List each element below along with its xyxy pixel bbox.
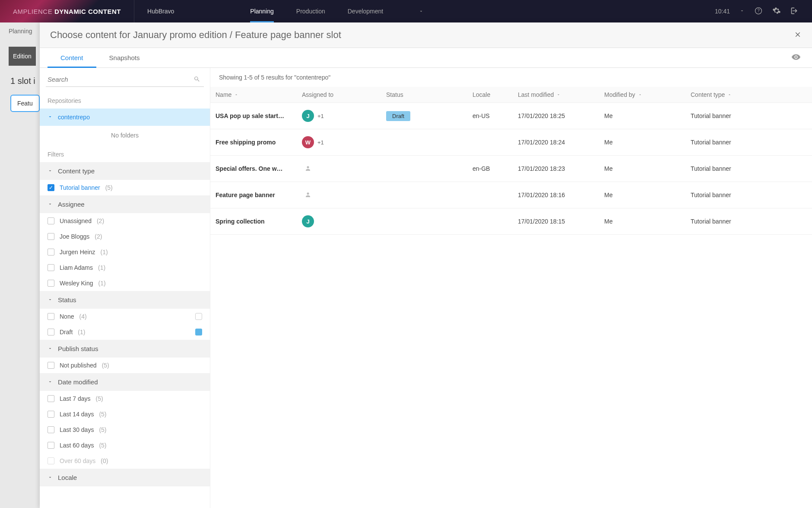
row-last-modified: 17/01/2020 18:23 <box>518 165 604 172</box>
filter-count: (2) <box>95 233 102 240</box>
filter-section-publish-status[interactable]: Publish status <box>40 340 210 358</box>
tab-development[interactable]: Development <box>336 0 395 22</box>
avatar: J <box>302 215 314 227</box>
filter-label: Not published <box>60 362 97 369</box>
filter-label: Last 60 days <box>60 442 94 449</box>
row-content-type: Tutorial banner <box>691 139 807 146</box>
filter-item[interactable]: Jurgen Heinz (1) <box>40 244 210 260</box>
assignee-plus: +1 <box>317 113 324 119</box>
modal-title: Choose content for January promo edition… <box>50 29 341 41</box>
avatar <box>302 189 314 201</box>
filter-label: Last 7 days <box>60 395 91 402</box>
filter-item[interactable]: Liam Adams (1) <box>40 260 210 275</box>
avatar: J <box>302 110 314 122</box>
row-assigned <box>302 163 386 175</box>
col-modified-by[interactable]: Modified by <box>604 91 691 98</box>
filter-section-status[interactable]: Status <box>40 291 210 309</box>
filter-section-content-type[interactable]: Content type <box>40 162 210 180</box>
filter-item[interactable]: Last 14 days (5) <box>40 406 210 422</box>
svg-text:?: ? <box>757 8 760 13</box>
table-row[interactable]: Special offers. One w…en-GB17/01/2020 18… <box>210 156 812 182</box>
table-row[interactable]: Free shipping promoW+117/01/2020 18:24Me… <box>210 129 812 156</box>
col-assigned[interactable]: Assigned to <box>302 91 386 98</box>
filter-section-date-modified[interactable]: Date modified <box>40 373 210 391</box>
filter-count: (1) <box>78 329 85 335</box>
filter-label: Over 60 days <box>60 457 95 464</box>
nav-tabs: Planning Production Development <box>239 0 435 22</box>
checkbox-icon <box>48 395 54 402</box>
col-status[interactable]: Status <box>386 91 473 98</box>
filter-label: Wesley King <box>60 280 93 287</box>
filter-item[interactable]: None (4) <box>40 309 210 324</box>
section-label: Status <box>58 296 76 304</box>
status-swatch <box>195 329 202 335</box>
filter-label: Tutorial banner <box>60 184 100 191</box>
filter-item[interactable]: Tutorial banner (5) <box>40 180 210 195</box>
filter-item[interactable]: Not published (5) <box>40 358 210 373</box>
help-icon[interactable]: ? <box>754 6 763 16</box>
row-locale: en-GB <box>473 165 518 172</box>
row-name: Free shipping promo <box>216 139 302 146</box>
filter-item[interactable]: Joe Bloggs (2) <box>40 229 210 244</box>
checkbox-icon <box>48 280 54 287</box>
sort-asc-icon <box>638 91 642 98</box>
bg-planning-label: Planning <box>0 22 40 40</box>
section-label: Locale <box>58 474 77 481</box>
close-button[interactable] <box>794 31 802 40</box>
search-input[interactable] <box>46 72 204 87</box>
preview-icon[interactable] <box>791 52 801 63</box>
checkbox-icon <box>48 233 54 240</box>
filter-item[interactable]: Last 30 days (5) <box>40 422 210 438</box>
filter-count: (5) <box>105 184 113 191</box>
filter-count: (0) <box>101 457 108 464</box>
filter-item[interactable]: Draft (1) <box>40 324 210 340</box>
row-modified-by: Me <box>604 165 691 172</box>
chevron-down-icon <box>48 345 53 352</box>
modal-header: Choose content for January promo edition… <box>40 22 812 48</box>
chevron-down-icon[interactable] <box>739 8 745 15</box>
row-locale: en-US <box>473 112 518 119</box>
row-name: Spring collection <box>216 218 302 225</box>
repo-item[interactable]: contentrepo <box>40 109 210 126</box>
row-content-type: Tutorial banner <box>691 192 807 198</box>
filter-item[interactable]: Wesley King (1) <box>40 275 210 291</box>
tab-planning[interactable]: Planning <box>239 0 285 22</box>
hub-selector[interactable]: HubBravo <box>134 0 239 22</box>
table-header: Name Assigned to Status Locale Last modi… <box>210 87 812 103</box>
filter-item[interactable]: Last 60 days (5) <box>40 438 210 453</box>
filter-count: (2) <box>97 217 104 224</box>
chevron-down-icon[interactable] <box>407 0 435 22</box>
gear-icon[interactable] <box>772 6 781 16</box>
slot-count-text: 1 slot i <box>0 66 40 86</box>
col-name[interactable]: Name <box>216 91 302 98</box>
tab-production[interactable]: Production <box>285 0 336 22</box>
table-row[interactable]: USA pop up sale start…J+1Draften-US17/01… <box>210 103 812 129</box>
row-assigned: J+1 <box>302 110 386 122</box>
row-name: Feature page banner <box>216 192 302 198</box>
row-content-type: Tutorial banner <box>691 165 807 172</box>
col-content-type[interactable]: Content type <box>691 91 807 98</box>
tab-snapshots[interactable]: Snapshots <box>96 48 153 67</box>
filter-count: (5) <box>99 411 106 418</box>
filter-section-assignee[interactable]: Assignee <box>40 195 210 213</box>
col-last-modified[interactable]: Last modified <box>518 91 604 98</box>
col-locale[interactable]: Locale <box>473 91 518 98</box>
brand-light: AMPLIENCE <box>13 8 52 15</box>
filter-item[interactable]: Last 7 days (5) <box>40 391 210 406</box>
checkbox-icon <box>48 362 54 369</box>
logout-icon[interactable] <box>790 6 799 16</box>
filter-item[interactable]: Over 60 days (0) <box>40 453 210 469</box>
tab-content[interactable]: Content <box>48 48 96 67</box>
filter-item[interactable]: Unassigned (2) <box>40 213 210 229</box>
filter-count: (5) <box>99 426 106 433</box>
modal-tabs: Content Snapshots <box>40 48 812 68</box>
table-row[interactable]: Feature page banner17/01/2020 18:16MeTut… <box>210 182 812 208</box>
filter-section-locale[interactable]: Locale <box>40 469 210 486</box>
row-name: USA pop up sale start… <box>216 112 302 119</box>
row-last-modified: 17/01/2020 18:25 <box>518 112 604 119</box>
svg-point-2 <box>307 166 309 168</box>
table-row[interactable]: Spring collectionJ17/01/2020 18:15MeTuto… <box>210 208 812 235</box>
search-icon <box>193 76 200 84</box>
row-last-modified: 17/01/2020 18:15 <box>518 218 604 225</box>
background-panel: Planning Edition 1 slot i Featu <box>0 22 40 508</box>
